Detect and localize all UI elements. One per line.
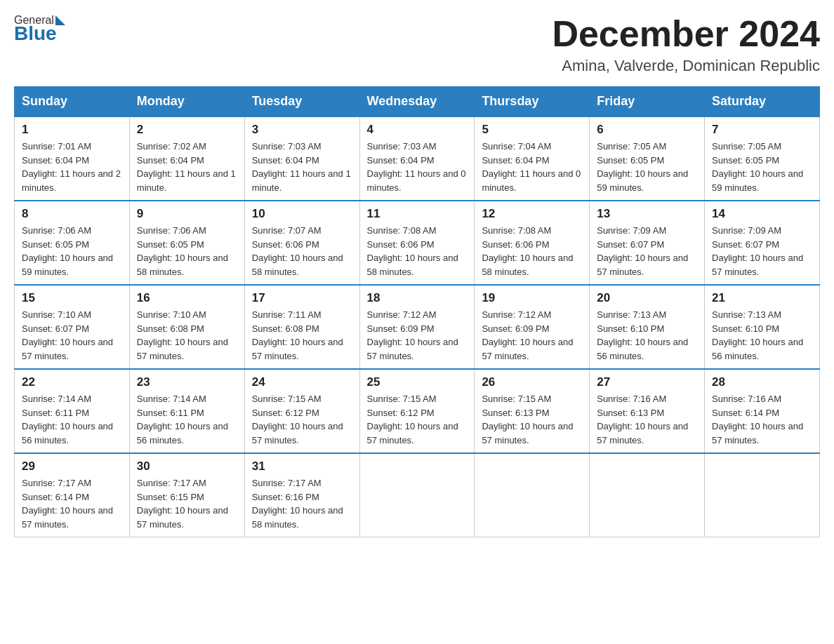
day-number: 14 xyxy=(712,207,812,221)
day-number: 29 xyxy=(22,459,122,474)
logo-blue-text: Blue xyxy=(14,22,57,45)
day-info: Sunrise: 7:09 AMSunset: 6:07 PMDaylight:… xyxy=(597,225,688,277)
calendar-cell xyxy=(590,453,705,537)
day-info: Sunrise: 7:10 AMSunset: 6:07 PMDaylight:… xyxy=(22,309,113,361)
day-info: Sunrise: 7:01 AMSunset: 6:04 PMDaylight:… xyxy=(22,141,121,193)
day-number: 20 xyxy=(597,291,697,305)
day-info: Sunrise: 7:17 AMSunset: 6:14 PMDaylight:… xyxy=(22,478,113,530)
day-info: Sunrise: 7:05 AMSunset: 6:05 PMDaylight:… xyxy=(712,141,803,193)
logo: General Blue xyxy=(14,14,65,45)
day-number: 4 xyxy=(367,123,468,137)
day-number: 16 xyxy=(137,291,237,305)
calendar-cell: 2 Sunrise: 7:02 AMSunset: 6:04 PMDayligh… xyxy=(129,116,244,201)
logo-arrow-icon xyxy=(55,15,65,25)
calendar-cell xyxy=(359,453,475,537)
day-info: Sunrise: 7:14 AMSunset: 6:11 PMDaylight:… xyxy=(22,394,113,445)
day-number: 11 xyxy=(367,207,468,221)
day-number: 2 xyxy=(137,123,237,137)
calendar-cell: 19 Sunrise: 7:12 AMSunset: 6:09 PMDaylig… xyxy=(475,285,590,369)
day-number: 27 xyxy=(597,375,697,389)
day-number: 24 xyxy=(252,375,352,389)
calendar-cell: 22 Sunrise: 7:14 AMSunset: 6:11 PMDaylig… xyxy=(15,369,130,453)
weekday-header-wednesday: Wednesday xyxy=(359,87,475,117)
calendar-cell: 21 Sunrise: 7:13 AMSunset: 6:10 PMDaylig… xyxy=(705,285,820,369)
calendar-cell: 14 Sunrise: 7:09 AMSunset: 6:07 PMDaylig… xyxy=(705,201,820,285)
day-info: Sunrise: 7:07 AMSunset: 6:06 PMDaylight:… xyxy=(252,225,343,277)
day-number: 30 xyxy=(137,459,237,474)
day-number: 22 xyxy=(22,375,122,389)
day-info: Sunrise: 7:03 AMSunset: 6:04 PMDaylight:… xyxy=(367,141,466,193)
day-info: Sunrise: 7:08 AMSunset: 6:06 PMDaylight:… xyxy=(482,225,573,277)
title-area: December 2024 Amina, Valverde, Dominican… xyxy=(552,14,820,75)
calendar-cell: 9 Sunrise: 7:06 AMSunset: 6:05 PMDayligh… xyxy=(129,201,244,285)
calendar-cell: 28 Sunrise: 7:16 AMSunset: 6:14 PMDaylig… xyxy=(705,369,820,453)
calendar-week-row: 15 Sunrise: 7:10 AMSunset: 6:07 PMDaylig… xyxy=(15,285,820,369)
day-number: 10 xyxy=(252,207,352,221)
day-info: Sunrise: 7:14 AMSunset: 6:11 PMDaylight:… xyxy=(137,394,228,445)
day-info: Sunrise: 7:17 AMSunset: 6:15 PMDaylight:… xyxy=(137,478,228,530)
calendar-cell: 29 Sunrise: 7:17 AMSunset: 6:14 PMDaylig… xyxy=(15,453,130,537)
day-number: 15 xyxy=(22,291,122,305)
location-title: Amina, Valverde, Dominican Republic xyxy=(552,57,820,75)
calendar-cell: 1 Sunrise: 7:01 AMSunset: 6:04 PMDayligh… xyxy=(15,116,130,201)
day-number: 18 xyxy=(367,291,468,305)
day-number: 3 xyxy=(252,123,352,137)
calendar-cell: 10 Sunrise: 7:07 AMSunset: 6:06 PMDaylig… xyxy=(244,201,359,285)
day-info: Sunrise: 7:04 AMSunset: 6:04 PMDaylight:… xyxy=(482,141,581,193)
day-info: Sunrise: 7:15 AMSunset: 6:12 PMDaylight:… xyxy=(367,394,458,445)
day-number: 1 xyxy=(22,123,122,137)
day-number: 9 xyxy=(137,207,237,221)
day-info: Sunrise: 7:06 AMSunset: 6:05 PMDaylight:… xyxy=(137,225,228,277)
weekday-header-saturday: Saturday xyxy=(705,87,820,117)
calendar-week-row: 22 Sunrise: 7:14 AMSunset: 6:11 PMDaylig… xyxy=(15,369,820,453)
calendar-cell: 3 Sunrise: 7:03 AMSunset: 6:04 PMDayligh… xyxy=(244,116,359,201)
day-info: Sunrise: 7:12 AMSunset: 6:09 PMDaylight:… xyxy=(367,309,458,361)
day-info: Sunrise: 7:13 AMSunset: 6:10 PMDaylight:… xyxy=(597,309,688,361)
month-title: December 2024 xyxy=(552,14,820,54)
calendar-cell xyxy=(705,453,820,537)
weekday-header-tuesday: Tuesday xyxy=(244,87,359,117)
weekday-header-friday: Friday xyxy=(590,87,705,117)
day-number: 6 xyxy=(597,123,697,137)
day-info: Sunrise: 7:16 AMSunset: 6:13 PMDaylight:… xyxy=(597,394,688,445)
calendar-cell: 31 Sunrise: 7:17 AMSunset: 6:16 PMDaylig… xyxy=(244,453,359,537)
calendar-cell xyxy=(475,453,590,537)
calendar-cell: 11 Sunrise: 7:08 AMSunset: 6:06 PMDaylig… xyxy=(359,201,475,285)
calendar-week-row: 1 Sunrise: 7:01 AMSunset: 6:04 PMDayligh… xyxy=(15,116,820,201)
page-header: General Blue December 2024 Amina, Valver… xyxy=(14,14,820,75)
day-number: 17 xyxy=(252,291,352,305)
weekday-header-thursday: Thursday xyxy=(475,87,590,117)
calendar-cell: 25 Sunrise: 7:15 AMSunset: 6:12 PMDaylig… xyxy=(359,369,475,453)
weekday-header-row: SundayMondayTuesdayWednesdayThursdayFrid… xyxy=(15,87,820,117)
calendar-cell: 27 Sunrise: 7:16 AMSunset: 6:13 PMDaylig… xyxy=(590,369,705,453)
day-number: 25 xyxy=(367,375,468,389)
calendar-week-row: 29 Sunrise: 7:17 AMSunset: 6:14 PMDaylig… xyxy=(15,453,820,537)
calendar-cell: 12 Sunrise: 7:08 AMSunset: 6:06 PMDaylig… xyxy=(475,201,590,285)
calendar-cell: 16 Sunrise: 7:10 AMSunset: 6:08 PMDaylig… xyxy=(129,285,244,369)
day-info: Sunrise: 7:09 AMSunset: 6:07 PMDaylight:… xyxy=(712,225,803,277)
day-info: Sunrise: 7:02 AMSunset: 6:04 PMDaylight:… xyxy=(137,141,236,193)
day-info: Sunrise: 7:12 AMSunset: 6:09 PMDaylight:… xyxy=(482,309,573,361)
day-info: Sunrise: 7:11 AMSunset: 6:08 PMDaylight:… xyxy=(252,309,343,361)
day-number: 8 xyxy=(22,207,122,221)
calendar-cell: 17 Sunrise: 7:11 AMSunset: 6:08 PMDaylig… xyxy=(244,285,359,369)
calendar-table: SundayMondayTuesdayWednesdayThursdayFrid… xyxy=(14,86,820,537)
weekday-header-monday: Monday xyxy=(129,87,244,117)
day-number: 21 xyxy=(712,291,812,305)
day-number: 31 xyxy=(252,459,352,474)
day-number: 7 xyxy=(712,123,812,137)
calendar-cell: 8 Sunrise: 7:06 AMSunset: 6:05 PMDayligh… xyxy=(15,201,130,285)
calendar-cell: 23 Sunrise: 7:14 AMSunset: 6:11 PMDaylig… xyxy=(129,369,244,453)
day-number: 28 xyxy=(712,375,812,389)
weekday-header-sunday: Sunday xyxy=(15,87,130,117)
day-number: 26 xyxy=(482,375,582,389)
day-info: Sunrise: 7:15 AMSunset: 6:13 PMDaylight:… xyxy=(482,394,573,445)
day-info: Sunrise: 7:16 AMSunset: 6:14 PMDaylight:… xyxy=(712,394,803,445)
day-info: Sunrise: 7:03 AMSunset: 6:04 PMDaylight:… xyxy=(252,141,351,193)
day-info: Sunrise: 7:05 AMSunset: 6:05 PMDaylight:… xyxy=(597,141,688,193)
day-info: Sunrise: 7:06 AMSunset: 6:05 PMDaylight:… xyxy=(22,225,113,277)
calendar-cell: 30 Sunrise: 7:17 AMSunset: 6:15 PMDaylig… xyxy=(129,453,244,537)
calendar-cell: 4 Sunrise: 7:03 AMSunset: 6:04 PMDayligh… xyxy=(359,116,475,201)
day-info: Sunrise: 7:10 AMSunset: 6:08 PMDaylight:… xyxy=(137,309,228,361)
calendar-cell: 7 Sunrise: 7:05 AMSunset: 6:05 PMDayligh… xyxy=(705,116,820,201)
